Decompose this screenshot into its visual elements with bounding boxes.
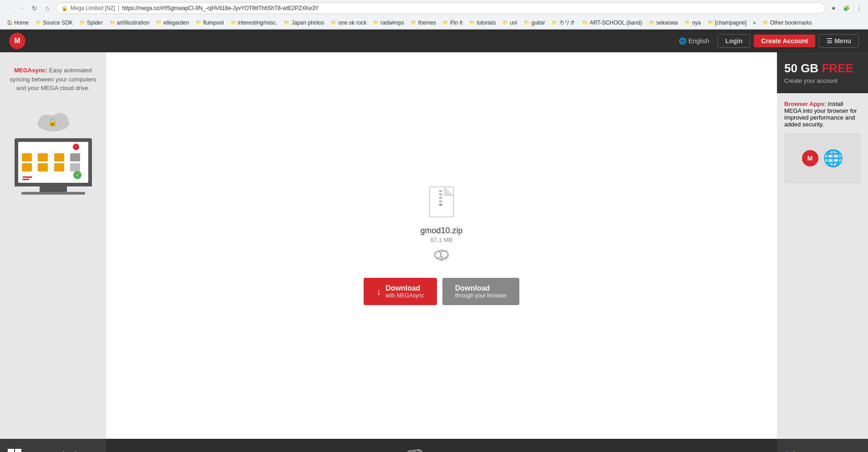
firefox-main: Download MEGA for <box>803 451 860 452</box>
extension-button[interactable]: 🧩 <box>841 3 852 14</box>
folder-item <box>54 153 64 161</box>
free-label: FREE <box>822 61 853 75</box>
folder-icon: 📁 <box>195 20 202 26</box>
browser-btn-sub: through your browser <box>455 292 507 299</box>
globe-browser-icon: 🌐 <box>823 149 843 168</box>
bookmark-sekaowa[interactable]: 📁 sekaowa <box>646 19 680 27</box>
bookmark-japan-photos[interactable]: 📁 Japan photos <box>281 19 327 27</box>
file-info: gmod10.zip 67.1 MB <box>420 186 462 264</box>
bookmark-more[interactable]: » <box>750 19 759 27</box>
bookmark-themes[interactable]: 📁 themes <box>408 19 439 27</box>
more-button[interactable]: ⋮ <box>853 3 864 14</box>
main-layout: MEGAsync: Easy automated syncing between… <box>0 52 868 439</box>
gb-number: 50 GB <box>784 61 822 75</box>
svg-text:🔒: 🔒 <box>47 117 58 127</box>
mega-m-circle: M <box>802 150 818 166</box>
bookmark-champagne[interactable]: 📁 [champagne] <box>705 19 749 27</box>
cloud-svg: 🔒 <box>35 107 71 132</box>
language-selector[interactable]: 🌐 English <box>674 35 714 47</box>
bookmark-spider[interactable]: 📁 Spider <box>76 19 106 27</box>
site-name: Mega Limited [NZ] <box>71 5 115 11</box>
bookmark-source-sdk[interactable]: 📁 Source SDK <box>32 19 76 27</box>
folder-icon: 📁 <box>469 20 475 26</box>
bookmark-interesting[interactable]: 📁 interesting/misc. <box>228 19 280 27</box>
browser-apps-title: Browser Apps: Install MEGA into your bro… <box>784 100 861 128</box>
firefox-icon: 🦊 <box>782 450 798 452</box>
back-button[interactable]: ← <box>4 3 15 14</box>
folder-icon: 📁 <box>156 20 162 26</box>
mega-logo[interactable]: M <box>9 33 25 49</box>
menu-button[interactable]: ☰ Menu <box>819 34 859 48</box>
import-text: Import to your Cloud Drive <box>432 450 479 452</box>
file-metadata: gmod10.zip 67.1 MB <box>420 226 462 243</box>
folder-item <box>22 163 32 171</box>
browser-toolbar: ← → ↻ ⌂ 🔒 Mega Limited [NZ] | https://me… <box>0 0 868 16</box>
bookmark-kario[interactable]: 📁 カリオ <box>548 18 578 27</box>
free-download-windows[interactable]: Free Download for Windows <box>0 439 106 452</box>
secure-icon: 🔒 <box>61 5 68 11</box>
bookmark-ellegarden[interactable]: 📁 ellegarden <box>153 19 192 27</box>
folder-icon: 📁 <box>502 20 508 26</box>
lang-label: English <box>688 37 709 45</box>
promo-create-account: Create your account <box>784 77 861 84</box>
login-button[interactable]: Login <box>717 34 750 48</box>
monitor-illustration: ! ✓ <box>15 138 92 195</box>
home-button[interactable]: ⌂ <box>42 3 53 14</box>
folder-icon: 📁 <box>523 20 530 26</box>
star-button[interactable]: ★ <box>828 3 839 14</box>
svg-point-15 <box>435 251 441 258</box>
promo-gb-amount: 50 GB FREE <box>784 61 861 75</box>
folder-icon: 📁 <box>79 20 86 26</box>
bookmark-tutorials[interactable]: 📁 tutorials <box>466 19 498 27</box>
folder-icon: 📁 <box>35 20 41 26</box>
monitor-foot <box>21 192 85 195</box>
folder-item <box>22 153 32 161</box>
bookmark-flumpool[interactable]: 📁 flumpool <box>193 19 226 27</box>
folder-icon: 📁 <box>649 20 655 26</box>
monitor-neck <box>40 186 67 192</box>
center-content: gmod10.zip 67.1 MB ↓ Download <box>106 52 777 439</box>
globe-icon: 🌐 <box>679 37 686 45</box>
download-buttons: ↓ Download with MEGAsync Download throug… <box>364 278 519 305</box>
browser-actions: ★ 🧩 ⋮ <box>828 3 864 14</box>
download-arrow-icon: ↓ <box>376 286 381 297</box>
bookmark-art[interactable]: 📁 art/illustration <box>107 19 152 27</box>
browser-preview-inner: M 🌐 <box>802 149 843 168</box>
bookmark-guitar[interactable]: 📁 guitar <box>521 19 548 27</box>
megasync-button-text: Download with MEGAsync <box>386 284 424 299</box>
forward-button[interactable]: → <box>16 3 27 14</box>
bookmark-home[interactable]: 🏠 Home <box>4 19 31 27</box>
bookmark-radwimps[interactable]: 📁 radwimps <box>370 19 406 27</box>
file-icon-container <box>426 186 457 222</box>
folder-icon: 📁 <box>582 20 588 26</box>
refresh-button[interactable]: ↻ <box>29 3 40 14</box>
download-browser-button[interactable]: Download through your browser <box>442 278 519 305</box>
folder-icon: 📁 <box>373 20 379 26</box>
zip-file-icon <box>428 186 455 218</box>
browser-preview: M 🌐 <box>784 133 861 183</box>
bookmark-one-ok-rock[interactable]: 📁 one ok rock <box>328 19 369 27</box>
folder-icon: 📁 <box>707 20 714 26</box>
folder-icon: 📁 <box>109 20 116 26</box>
home-bookmark-icon: 🏠 <box>6 20 13 26</box>
address-bar[interactable]: 🔒 Mega Limited [NZ] | https://mega.nz/#!… <box>56 2 825 14</box>
sidebar-description: MEGAsync: Easy automated syncing between… <box>9 66 97 93</box>
url-text: https://mega.nz/#!fSgmwapCI-9N_-ojHVit18… <box>122 5 319 11</box>
browser-btn-main: Download <box>455 284 490 292</box>
folder-item <box>70 153 80 161</box>
bookmark-artschool[interactable]: 📁 ART-SCHOOL (band) <box>579 19 645 27</box>
promo-50gb[interactable]: 50 GB FREE Create your account <box>777 52 868 93</box>
left-sidebar: MEGAsync: Easy automated syncing between… <box>0 52 106 439</box>
download-firefox[interactable]: 🦊 Download MEGA for Firefox <box>777 439 868 452</box>
import-section[interactable]: Import to your Cloud Drive <box>106 439 777 452</box>
bookmark-pinit[interactable]: 📁 Pin It <box>440 19 465 27</box>
folder-item <box>54 163 64 171</box>
bookmark-other[interactable]: 📁 Other bookmarks <box>760 19 815 27</box>
download-megasync-button[interactable]: ↓ Download with MEGAsync <box>364 278 437 305</box>
folder-item <box>38 163 48 171</box>
bookmark-oya[interactable]: 📁 oya <box>681 19 703 27</box>
megasync-btn-main: Download <box>386 284 420 292</box>
create-account-button[interactable]: Create Account <box>754 35 815 47</box>
browser-chrome: ← → ↻ ⌂ 🔒 Mega Limited [NZ] | https://me… <box>0 0 868 30</box>
bookmark-uni[interactable]: 📁 uni <box>499 19 520 27</box>
